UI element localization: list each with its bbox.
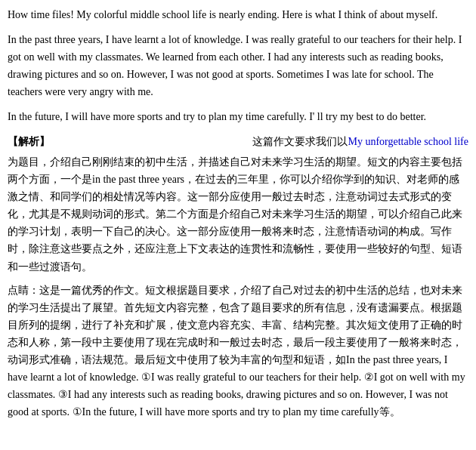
jiexi-section: 【解析】 这篇作文要求我们以My unforgettable school li… <box>8 134 468 276</box>
dian-body: 点睛：这是一篇优秀的作文。短文根据题目要求，介绍了自己对过去的初中生活的总结，也… <box>8 282 468 421</box>
dian-body-text: 这是一篇优秀的作文。短文根据题目要求，介绍了自己对过去的初中生活的总结，也对未来… <box>8 285 465 418</box>
dian-label: 点睛： <box>8 285 39 296</box>
jiexi-body-text: 为题目，介绍自己刚刚结束的初中生活，并描述自己对未来学习生活的期望。短文的内容主… <box>8 156 462 273</box>
jiexi-link-text: My unforgettable school life <box>348 136 468 147</box>
intro-paragraph: How time files! My colorful middle schoo… <box>8 6 468 23</box>
intro-text: How time files! My colorful middle schoo… <box>8 9 437 20</box>
jiexi-label: 【解析】 <box>8 134 50 150</box>
past-text: In the past three years, I have learnt a… <box>8 34 462 97</box>
jiexi-header: 【解析】 这篇作文要求我们以My unforgettable school li… <box>8 134 468 150</box>
dian-section: 点睛：这是一篇优秀的作文。短文根据题目要求，介绍了自己对过去的初中生活的总结，也… <box>8 282 468 421</box>
jiexi-right-intro-text: 这篇作文要求我们以 <box>252 136 348 147</box>
future-paragraph: In the future, I will have more sports a… <box>8 108 468 125</box>
past-paragraph: In the past three years, I have learnt a… <box>8 31 468 100</box>
jiexi-body: 为题目，介绍自己刚刚结束的初中生活，并描述自己对未来学习生活的期望。短文的内容主… <box>8 153 468 276</box>
jiexi-link[interactable]: My unforgettable school life <box>348 136 468 147</box>
jiexi-right-intro: 这篇作文要求我们以My unforgettable school life <box>50 134 468 150</box>
future-text: In the future, I will have more sports a… <box>8 111 426 122</box>
